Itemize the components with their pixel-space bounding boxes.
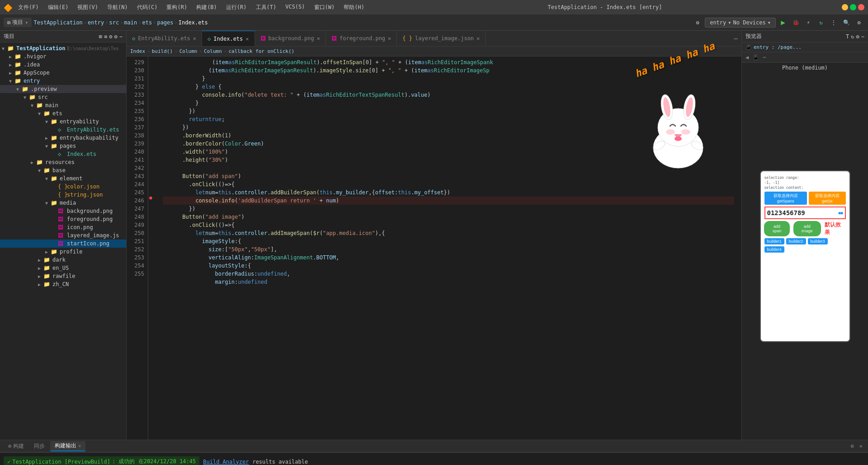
sync-button[interactable]: ↻ bbox=[816, 17, 826, 28]
menu-vcs[interactable]: VCS(S) bbox=[282, 3, 308, 12]
preview-settings-icon[interactable]: ⚙ bbox=[856, 33, 859, 40]
phone-icon[interactable]: 📱 bbox=[752, 54, 759, 61]
debug-button[interactable]: 🐞 bbox=[790, 17, 801, 28]
bc-entry[interactable]: entry bbox=[88, 19, 104, 26]
menu-bar[interactable]: 文件(F) 编辑(E) 视图(V) 导航(N) 代码(C) 重构(R) 构建(B… bbox=[14, 3, 368, 12]
menu-tools[interactable]: 工具(T) bbox=[252, 3, 280, 12]
search-button[interactable]: 🔍 bbox=[841, 17, 852, 28]
more-button[interactable]: ⋮ bbox=[828, 17, 839, 28]
menu-file[interactable]: 文件(F) bbox=[14, 3, 42, 12]
tab-sync[interactable]: 同步 bbox=[29, 442, 49, 451]
get-selection-button[interactable]: 获取选择内容 getSe bbox=[809, 192, 846, 205]
tab-close-icon[interactable]: ✕ bbox=[388, 35, 391, 42]
bc-column1[interactable]: Column bbox=[179, 48, 198, 54]
menu-window[interactable]: 窗口(W) bbox=[311, 3, 339, 12]
bc-pages[interactable]: pages bbox=[157, 19, 173, 26]
tab-close-icon[interactable]: ✕ bbox=[476, 35, 480, 42]
tree-item-preview[interactable]: ▼ 📁 .preview bbox=[0, 85, 126, 93]
settings-icon[interactable]: ⚙ bbox=[114, 33, 118, 40]
tree-item-src[interactable]: ▼ 📁 src bbox=[0, 93, 126, 101]
prev-button[interactable]: ◀ bbox=[745, 54, 749, 61]
close-button[interactable] bbox=[858, 4, 864, 10]
window-controls[interactable] bbox=[842, 4, 864, 10]
phone-action-buttons[interactable]: 获取选择内容 getSpans 获取选择内容 getSe bbox=[764, 192, 846, 205]
tree-item-entry[interactable]: ▼ 📁 entry bbox=[0, 77, 126, 85]
tree-item-dark[interactable]: ▶ 📁 dark bbox=[0, 256, 126, 264]
tab-index[interactable]: ◇ Index.ets ✕ bbox=[202, 31, 255, 47]
menu-run[interactable]: 运行(R) bbox=[222, 3, 250, 12]
preview-text-icon[interactable]: T bbox=[846, 33, 849, 40]
tab-layered[interactable]: { } layered_image.json ✕ bbox=[397, 31, 486, 47]
menu-view[interactable]: 视图(V) bbox=[74, 3, 102, 12]
build-analyzer-link[interactable]: Build Analyzer bbox=[203, 459, 249, 465]
tab-close-icon[interactable]: ✕ bbox=[317, 35, 320, 42]
tree-item-entryability[interactable]: ▼ 📁 entryability bbox=[0, 117, 126, 126]
tree-item-idea[interactable]: ▶ 📁 .idea bbox=[0, 61, 126, 69]
tree-item-hvigor[interactable]: ▶ 📁 .hvigor bbox=[0, 52, 126, 61]
tree-item-entryability-file[interactable]: ▶ ◇ EntryAbility.ets bbox=[0, 126, 126, 134]
tab-background[interactable]: 🖼 background.png ✕ bbox=[255, 31, 326, 47]
builder2-btn[interactable]: builder2 bbox=[786, 238, 806, 244]
menu-navigate[interactable]: 导航(N) bbox=[104, 3, 132, 12]
minimize-button[interactable] bbox=[842, 4, 848, 10]
close-panel-icon[interactable]: ✕ bbox=[858, 443, 864, 449]
builder1-btn[interactable]: builder1 bbox=[764, 238, 784, 244]
tree-item-pages[interactable]: ▼ 📁 pages bbox=[0, 142, 126, 150]
bottom-panel-right[interactable]: ⚙ ✕ bbox=[849, 443, 864, 449]
preview-more-button[interactable]: ⋯ bbox=[763, 54, 766, 61]
get-spans-button[interactable]: 获取选择内容 getSpans bbox=[764, 192, 807, 205]
run-button[interactable]: ▶ bbox=[778, 17, 788, 28]
gear-icon[interactable]: ⚙ bbox=[849, 443, 856, 449]
bc-index[interactable]: Index bbox=[130, 48, 145, 54]
tab-foreground[interactable]: 🖼 foreground.png ✕ bbox=[326, 31, 397, 47]
close-tab-icon[interactable]: ✕ bbox=[78, 443, 81, 448]
preview-minimize-icon[interactable]: − bbox=[861, 33, 864, 40]
tree-item-color-json[interactable]: ▶ { } color.json bbox=[0, 183, 126, 191]
tree-item-ets[interactable]: ▼ 📁 ets bbox=[0, 109, 126, 117]
tab-close-icon[interactable]: ✕ bbox=[245, 36, 249, 42]
bc-column2[interactable]: Column bbox=[204, 48, 222, 54]
editor-tabs[interactable]: ◇ EntryAbility.ets ✕ ◇ Index.ets ✕ 🖼 bac… bbox=[127, 31, 741, 47]
bc-app[interactable]: TestApplication bbox=[33, 19, 82, 26]
new-file-icon[interactable]: ⊞ bbox=[99, 33, 102, 40]
tree-item-resources[interactable]: ▶ 📁 resources bbox=[0, 158, 126, 166]
menu-refactor[interactable]: 重构(R) bbox=[163, 3, 191, 12]
tree-item-layered[interactable]: ▶ 🖼 layered_image.js bbox=[0, 231, 126, 240]
menu-help[interactable]: 帮助(H) bbox=[340, 3, 368, 12]
menu-build[interactable]: 构建(B) bbox=[193, 3, 221, 12]
phone-builder-buttons[interactable]: builder1 builder2 builder3 builder4 bbox=[764, 238, 846, 253]
tree-item-media[interactable]: ▼ 📁 media bbox=[0, 199, 126, 207]
tree-item-main[interactable]: ▼ 📁 main bbox=[0, 101, 126, 109]
tree-item-zh-cn[interactable]: ▶ 📁 zh_CN bbox=[0, 280, 126, 288]
preview-header-right[interactable]: T ↻ ⚙ − bbox=[846, 33, 864, 40]
code-editor[interactable]: 229 230 231 232 233 234 235 236 237 238 … bbox=[127, 56, 741, 440]
add-image-btn[interactable]: add image bbox=[793, 221, 821, 236]
bc-main[interactable]: main bbox=[124, 19, 137, 26]
bottom-tool-tabs[interactable]: ⚙ 构建 同步 构建输出 ✕ ⚙ ✕ bbox=[0, 440, 868, 452]
search-everywhere-button[interactable]: ⚙ bbox=[692, 17, 703, 28]
bc-ets[interactable]: ets bbox=[142, 19, 152, 26]
builder3-btn[interactable]: builder3 bbox=[808, 238, 828, 244]
preview-toolbar[interactable]: ◀ 📱 ⋯ bbox=[742, 52, 868, 63]
tree-item-element[interactable]: ▼ 📁 element bbox=[0, 174, 126, 183]
bc-src[interactable]: src bbox=[109, 19, 119, 26]
tree-item-index-ets[interactable]: ▶ ◇ Index.ets bbox=[0, 150, 126, 158]
tree-item-string-json[interactable]: ▶ { } string.json bbox=[0, 191, 126, 199]
code-content[interactable]: (item as RichEditorImageSpanResult).offs… bbox=[156, 56, 741, 440]
preview-refresh-icon[interactable]: ↻ bbox=[851, 33, 854, 40]
tree-item-rawfile[interactable]: ▶ 📁 rawfile bbox=[0, 272, 126, 280]
tree-item-bg-png[interactable]: ▶ 🖼 background.png bbox=[0, 207, 126, 215]
tree-item-entrybackup[interactable]: ▶ 📁 entrybackupability bbox=[0, 134, 126, 142]
tree-item-icon-png[interactable]: ▶ 🖼 icon.png bbox=[0, 223, 126, 231]
tab-build[interactable]: ⚙ 构建 bbox=[4, 442, 28, 451]
tree-item-en-us[interactable]: ▶ 📁 en_US bbox=[0, 264, 126, 272]
tree-item-base[interactable]: ▼ 📁 base bbox=[0, 166, 126, 174]
settings-button[interactable]: ⚙ bbox=[854, 17, 864, 28]
minimize-icon[interactable]: − bbox=[119, 33, 123, 40]
sidebar-actions[interactable]: ⊞ ≡ ⚙ ⚙ − bbox=[99, 33, 123, 40]
tree-item-fg-png[interactable]: ▶ 🖼 foreground.png bbox=[0, 215, 126, 223]
profile-button[interactable]: ⚡ bbox=[803, 17, 814, 28]
tree-item-profile[interactable]: ▶ 📁 profile bbox=[0, 248, 126, 256]
device-selector[interactable]: entry ▾ No Devices ▾ bbox=[705, 18, 776, 28]
bc-file[interactable]: Index.ets bbox=[179, 19, 208, 26]
